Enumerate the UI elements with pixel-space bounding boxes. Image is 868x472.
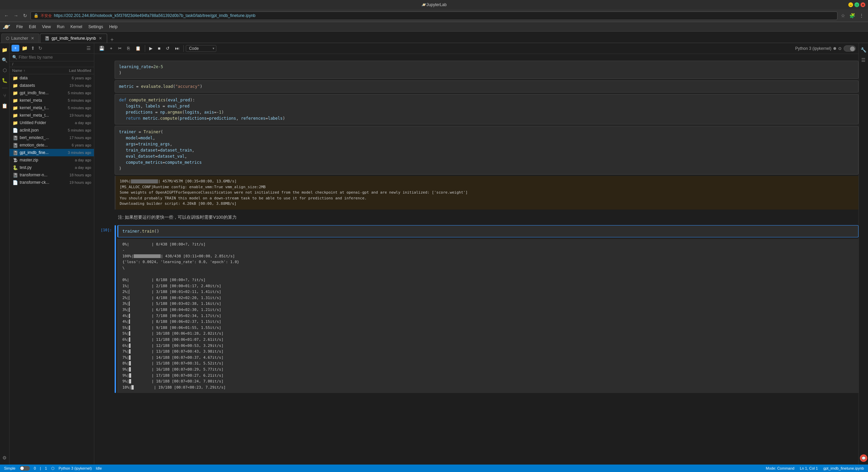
close-button[interactable]: ✕ [861, 2, 865, 7]
file-item-6[interactable]: 📁Untitled Foldera day ago [9, 119, 94, 126]
menu-help[interactable]: Help [106, 23, 120, 30]
cell-count: 0 [34, 466, 36, 470]
upload-button[interactable]: ⬆ [30, 44, 36, 52]
file-item-12[interactable]: 🐍test.pya day ago [9, 164, 94, 171]
file-browser-header: Name ↑ Last Modified [9, 67, 94, 74]
cell-trainer-input[interactable]: trainer = Trainer( model=model, args=tra… [115, 126, 859, 175]
file-item-9[interactable]: 📓emotion_dete...6 years ago [9, 141, 94, 149]
file-item-8[interactable]: 📓bert_emotect_...17 hours ago [9, 134, 94, 141]
file-name-4: kernel_meta_t... [20, 105, 54, 110]
save-button[interactable]: 💾 [97, 44, 106, 52]
cell-train-input[interactable]: trainer.train() [117, 225, 859, 237]
kernel-toggle[interactable] [844, 45, 856, 52]
cell-metric-body: metric = evaluate.load("accuracy") [115, 80, 859, 93]
file-item-11[interactable]: 🗜master.zipa day ago [9, 156, 94, 164]
menu-file[interactable]: File [14, 23, 25, 30]
back-button[interactable]: ← [3, 12, 10, 20]
toc-button[interactable]: ☰ [860, 56, 868, 64]
reload-button[interactable]: ↻ [22, 12, 28, 20]
extensions-button[interactable]: 🧩 [848, 12, 856, 20]
app-container: 📁 🔍 ⬡ 🐛 ⑂ 📋 ⚙ + 📁 ⬆ ↻ ☰ 🔍 [0, 43, 868, 465]
tab-notebook[interactable]: 📓 gpt_imdb_finetune.ipynb ✕ [40, 34, 107, 43]
refresh-filebrowser-button[interactable]: ↻ [37, 44, 43, 52]
cell-compute-metrics-input[interactable]: def compute_metrics(eval_pred): logits, … [115, 94, 859, 124]
file-name-14: transformer-ck... [20, 180, 54, 185]
new-folder-button[interactable]: 📁 [21, 44, 28, 52]
file-item-3[interactable]: 📁kernel_meta5 minutes ago [9, 97, 94, 104]
sidebar-search-button[interactable]: 🔍 [1, 56, 9, 64]
tab-launcher-close[interactable]: ✕ [30, 36, 35, 41]
cell-type-selector[interactable]: Code Markdown Raw [186, 45, 216, 52]
cut-cell-button[interactable]: ✂ [116, 44, 124, 52]
maximize-button[interactable]: □ [854, 2, 859, 7]
restart-kernel-button[interactable]: ↺ [164, 44, 172, 52]
tab-notebook-label: gpt_imdb_finetune.ipynb [52, 36, 96, 41]
toolbar-separator-1 [145, 45, 145, 52]
file-item-5[interactable]: 📁kernel_meta_t...19 hours ago [9, 112, 94, 119]
filter-files-button[interactable]: ☰ [85, 44, 92, 52]
warning-line-5: Downloading builder script: 4.20kB [00:0… [120, 201, 854, 207]
tab-launcher[interactable]: ⬡ Launcher ✕ [1, 34, 39, 43]
sidebar-files-button[interactable]: 📁 [1, 46, 9, 54]
security-label: 不安全 [41, 13, 52, 18]
right-panel: 🔧 ☰ 💬 [859, 43, 868, 465]
stop-kernel-button[interactable]: ■ [156, 44, 163, 52]
new-launcher-button[interactable]: + [12, 45, 19, 52]
file-name-11: master.zip [20, 158, 54, 162]
menubar: 🪐 File Edit View Run Kernel Settings Hel… [0, 22, 868, 32]
url-text: https://202.201.244.80/notebook_k5f376f2… [54, 13, 256, 18]
file-item-14[interactable]: 📄transformer-ck...19 hours ago [9, 179, 94, 186]
minimize-button[interactable]: – [848, 2, 853, 7]
cell-metric-input[interactable]: metric = evaluate.load("accuracy") [115, 80, 859, 93]
sidebar-properties-button[interactable]: 📋 [1, 102, 9, 110]
paste-cell-button[interactable]: 📋 [133, 44, 143, 52]
warning-line-4: You should probably TRAIN this model on … [120, 196, 854, 201]
file-item-10[interactable]: 📓gpt_imdb_fine...3 minutes ago [9, 149, 94, 156]
menu-kernel[interactable]: Kernel [68, 23, 85, 30]
file-item-13[interactable]: 📓transformer-n...18 hours ago [9, 171, 94, 179]
file-icon-14: 📄 [12, 179, 18, 185]
kernel-toggle-inner [850, 46, 855, 51]
sidebar-settings-button[interactable]: ⚙ [1, 454, 9, 462]
modified-header[interactable]: Last Modified [54, 68, 91, 73]
bookmark-button[interactable]: ☆ [840, 12, 847, 20]
cell-lr-input[interactable]: learning_rate=2e-5 ) [115, 61, 859, 79]
property-inspector-button[interactable]: 🔧 [860, 46, 868, 54]
file-item-7[interactable]: 📄aclinit.json5 minutes ago [9, 126, 94, 134]
add-tab-button[interactable]: + [108, 37, 116, 43]
sidebar-extensions-button[interactable]: ⬡ [1, 66, 9, 74]
run-cell-button[interactable]: ▶ [147, 44, 155, 52]
cell-metric: metric = evaluate.load("accuracy") [94, 80, 859, 93]
cell-warning-output: 100%|| 457M/457M [00:35<00:00, 13.6MB/s]… [94, 176, 859, 210]
search-input[interactable] [19, 55, 91, 60]
forward-button[interactable]: → [12, 12, 20, 20]
file-item-2[interactable]: 📁gpt_imdb_fine...5 minutes ago [9, 89, 94, 97]
menu-button[interactable]: ⋮ [858, 12, 865, 20]
sidebar-git-button[interactable]: ⑂ [1, 92, 9, 100]
file-item-4[interactable]: 📁kernel_meta_t...5 minutes ago [9, 104, 94, 112]
run-all-button[interactable]: ⏭ [173, 44, 181, 52]
kernel-status-label: Idle [96, 466, 102, 470]
menu-settings[interactable]: Settings [86, 23, 106, 30]
menu-edit[interactable]: Edit [26, 23, 39, 30]
file-name-9: emotion_dete... [20, 143, 54, 148]
eval-2pct-a: 2%|▏ | 3/188 [00:01<02:11, 1.41it/s] [122, 289, 854, 295]
copy-cell-button[interactable]: ⎘ [125, 44, 132, 52]
notification-button[interactable]: 💬 [860, 454, 867, 462]
file-item-0[interactable]: 📁data6 years ago [9, 74, 94, 82]
menu-view[interactable]: View [39, 23, 54, 30]
notebook-area[interactable]: learning_rate=2e-5 ) metric = evaluate.l… [94, 54, 859, 465]
cell-lr-content: learning_rate=2e-5 ) [94, 61, 859, 79]
file-modified-9: 6 years ago [54, 143, 91, 147]
add-cell-button[interactable]: + [108, 44, 115, 52]
kernel-status-dot [833, 47, 836, 50]
sidebar-debugger-button[interactable]: 🐛 [1, 76, 9, 84]
address-bar[interactable]: 🔒 不安全 https://202.201.244.80/notebook_k5… [31, 12, 837, 20]
file-item-1[interactable]: 📁datasets19 hours ago [9, 82, 94, 89]
file-modified-0: 6 years ago [54, 76, 91, 80]
tab-notebook-close[interactable]: ✕ [98, 36, 103, 41]
sort-by-name[interactable]: Name ↑ [12, 68, 54, 73]
file-path: / [9, 61, 94, 67]
simple-mode-toggle[interactable] [20, 466, 30, 471]
menu-run[interactable]: Run [54, 23, 67, 30]
